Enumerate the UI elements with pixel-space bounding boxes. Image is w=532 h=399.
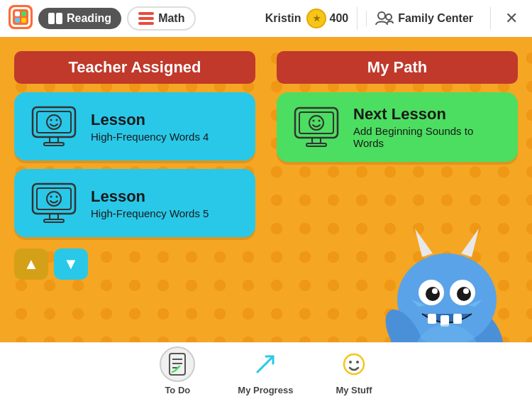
- family-center-button[interactable]: Family Center: [366, 11, 482, 26]
- scroll-up-button[interactable]: ▲: [14, 248, 48, 280]
- progress-label: My Progress: [238, 385, 293, 395]
- svg-point-59: [356, 361, 359, 364]
- svg-point-32: [318, 120, 321, 122]
- svg-point-58: [349, 361, 352, 364]
- todo-icon-wrap: [160, 346, 195, 382]
- svg-point-36: [397, 253, 497, 346]
- next-lesson-text: Next Lesson Add Beginning Sounds to Word…: [353, 105, 504, 149]
- header: Reading Math Kristin ★ 400 Family Center…: [0, 0, 532, 37]
- lesson-text-1: Lesson High-Frequency Words 4: [91, 111, 209, 143]
- svg-point-40: [450, 280, 475, 305]
- todo-label: To Do: [165, 385, 190, 395]
- nav-item-mystuff[interactable]: My Stuff: [336, 346, 372, 395]
- svg-point-13: [386, 14, 392, 20]
- svg-point-57: [344, 354, 364, 374]
- nav-item-todo[interactable]: To Do: [160, 346, 195, 395]
- svg-point-24: [50, 196, 52, 198]
- svg-rect-34: [306, 143, 326, 146]
- svg-rect-9: [138, 12, 154, 15]
- lesson-subtitle-1: High-Frequency Words 4: [91, 131, 209, 143]
- next-lesson-card[interactable]: Next Lesson Add Beginning Sounds to Word…: [277, 92, 518, 162]
- svg-point-44: [463, 288, 469, 294]
- svg-rect-7: [48, 13, 55, 24]
- svg-point-17: [50, 119, 52, 121]
- svg-rect-27: [44, 219, 64, 222]
- header-divider2: [490, 7, 491, 30]
- svg-point-42: [457, 287, 471, 301]
- lesson-title-2: Lesson: [91, 187, 209, 206]
- bottom-navigation: To Do My Progress My Stuff: [0, 342, 532, 399]
- math-nav-button[interactable]: Math: [127, 6, 196, 31]
- math-label: Math: [158, 12, 184, 25]
- lesson-text-2: Lesson High-Frequency Words 5: [91, 187, 209, 219]
- svg-point-31: [313, 120, 315, 122]
- svg-marker-50: [468, 300, 482, 307]
- next-lesson-title: Next Lesson: [353, 105, 504, 124]
- next-lesson-icon: [291, 106, 342, 148]
- svg-rect-2: [13, 9, 28, 25]
- svg-rect-5: [15, 18, 20, 23]
- svg-rect-3: [15, 11, 20, 16]
- svg-point-25: [56, 196, 58, 198]
- reading-label: Reading: [67, 12, 111, 25]
- my-path-header: My Path: [277, 51, 518, 84]
- mystuff-label: My Stuff: [336, 385, 372, 395]
- svg-marker-49: [411, 300, 426, 307]
- close-button[interactable]: ✕: [499, 9, 523, 28]
- svg-rect-20: [44, 143, 64, 146]
- lesson-card-1[interactable]: Lesson High-Frequency Words 4: [14, 92, 255, 160]
- coin-icon: ★: [306, 9, 326, 28]
- svg-point-41: [426, 287, 440, 301]
- next-lesson-subtitle: Add Beginning Sounds to Words: [353, 125, 504, 149]
- pagination-controls: ▲ ▼: [14, 248, 255, 280]
- svg-rect-47: [453, 314, 462, 324]
- svg-point-23: [47, 192, 61, 206]
- progress-icon-wrap: [248, 346, 283, 382]
- header-divider: [357, 7, 358, 30]
- svg-point-43: [432, 288, 438, 294]
- mystuff-icon-wrap: [336, 346, 372, 382]
- svg-point-16: [47, 115, 61, 129]
- svg-rect-8: [56, 13, 62, 24]
- svg-rect-45: [428, 314, 436, 324]
- teacher-assigned-header: Teacher Assigned: [14, 51, 255, 84]
- coin-badge: ★ 400: [306, 9, 348, 28]
- scroll-down-button[interactable]: ▼: [54, 248, 88, 280]
- svg-marker-38: [461, 229, 479, 257]
- coin-amount: 400: [329, 12, 348, 25]
- lesson-icon-1: [28, 105, 79, 148]
- svg-rect-11: [138, 22, 154, 25]
- lesson-card-2[interactable]: Lesson High-Frequency Words 5: [14, 169, 255, 237]
- svg-line-56: [257, 356, 273, 372]
- family-center-label: Family Center: [398, 12, 473, 25]
- svg-point-12: [378, 12, 385, 19]
- svg-point-30: [309, 116, 323, 130]
- svg-point-18: [56, 119, 58, 121]
- reading-nav-button[interactable]: Reading: [38, 8, 121, 29]
- svg-rect-6: [21, 18, 26, 23]
- svg-point-39: [419, 280, 444, 305]
- svg-rect-46: [440, 315, 449, 327]
- lesson-subtitle-2: High-Frequency Words 5: [91, 207, 209, 219]
- nav-item-progress[interactable]: My Progress: [238, 346, 293, 395]
- svg-marker-37: [415, 229, 433, 257]
- user-name: Kristin: [265, 12, 301, 25]
- lesson-title-1: Lesson: [91, 111, 209, 129]
- lesson-icon-2: [28, 182, 79, 224]
- svg-rect-4: [21, 11, 26, 16]
- svg-rect-10: [138, 17, 154, 20]
- app-logo: [9, 5, 33, 32]
